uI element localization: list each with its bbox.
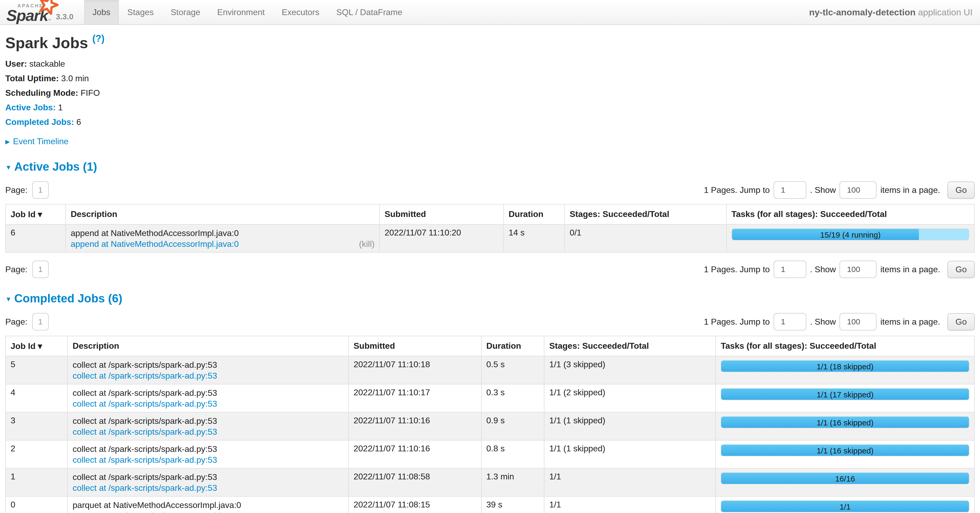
job-description-link[interactable]: collect at /spark-scripts/spark-ad.py:53 [73,427,217,437]
kill-job-link[interactable]: (kill) [359,239,375,249]
tab-stages[interactable]: Stages [119,0,162,24]
completed-job-row: 2 collect at /spark-scripts/spark-ad.py:… [6,440,974,468]
duration-cell: 14 s [504,224,565,253]
show-text: . Show [810,185,836,195]
header-duration[interactable]: Duration [481,336,544,356]
go-button[interactable]: Go [947,313,975,330]
stages-cell: 1/1 [544,468,716,496]
tab-sql-dataframe[interactable]: SQL / DataFrame [328,0,411,24]
tab-executors[interactable]: Executors [273,0,328,24]
completed-job-row: 4 collect at /spark-scripts/spark-ad.py:… [6,384,974,412]
duration-cell: 1.3 min [481,468,544,496]
event-timeline-label: Event Timeline [13,137,68,146]
job-id-cell: 3 [6,412,67,440]
show-text: . Show [810,265,836,274]
header-job-id[interactable]: Job Id ▾ [6,336,67,356]
duration-cell: 39 s [481,496,544,513]
pages-total-text: 1 Pages. Jump to [704,265,770,274]
jump-to-page-input[interactable] [773,260,807,278]
task-progress-bar: 1/1 (16 skipped) [721,416,969,428]
page-size-input[interactable] [840,260,877,278]
task-progress-bar: 1/1 [721,500,969,513]
task-progress-bar: 1/1 (17 skipped) [721,388,969,400]
expand-arrow-icon: ▼ [5,295,12,303]
tasks-cell: 1/1 (17 skipped) [716,384,974,412]
description-cell: parquet at NativeMethodAccessorImpl.java… [67,496,348,513]
active-jobs-pagination-top: Page: 1 Pages. Jump to . Show items in a… [5,181,975,199]
job-id-cell: 0 [6,496,67,513]
spark-star-icon [38,0,59,14]
collapse-arrow-icon: ▶ [5,138,10,145]
header-description[interactable]: Description [66,204,380,224]
page-number-input[interactable] [32,313,49,330]
header-job-id[interactable]: Job Id ▾ [6,204,66,224]
page-size-input[interactable] [840,313,877,330]
jump-to-page-input[interactable] [773,313,807,330]
job-description-link[interactable]: collect at /spark-scripts/spark-ad.py:53 [73,371,217,381]
tab-storage[interactable]: Storage [162,0,209,24]
jump-to-page-input[interactable] [773,181,807,199]
submitted-cell: 2022/11/07 11:10:17 [348,384,481,412]
job-description-link[interactable]: collect at /spark-scripts/spark-ad.py:53 [73,455,217,465]
header-tasks[interactable]: Tasks (for all stages): Succeeded/Total [727,204,974,224]
header-stages[interactable]: Stages: Succeeded/Total [544,336,716,356]
job-description-link[interactable]: collect at /spark-scripts/spark-ad.py:53 [73,483,217,493]
progress-label: 1/1 (17 skipped) [721,389,969,400]
job-id-cell: 2 [6,440,67,468]
go-button[interactable]: Go [947,181,975,199]
go-button[interactable]: Go [947,261,975,278]
event-timeline-toggle[interactable]: ▶Event Timeline [5,137,975,146]
job-id-cell: 6 [6,224,66,253]
completed-job-row: 0 parquet at NativeMethodAccessorImpl.ja… [6,496,974,513]
page-number-input[interactable] [32,260,49,278]
stages-cell: 1/1 (1 skipped) [544,412,716,440]
active-jobs-link[interactable]: Active Jobs: [5,103,56,112]
progress-label: 1/1 (16 skipped) [721,445,969,456]
header-tasks[interactable]: Tasks (for all stages): Succeeded/Total [716,336,974,356]
description-cell: collect at /spark-scripts/spark-ad.py:53… [67,356,348,384]
spark-logo-link[interactable]: APACHESpark™ 3.3.0 [0,0,79,24]
header-stages[interactable]: Stages: Succeeded/Total [565,204,726,224]
help-tooltip-link[interactable]: (?) [92,33,105,44]
job-description-link[interactable]: parquet at NativeMethodAccessorImpl.java… [73,511,241,513]
completed-jobs-section-header[interactable]: ▼Completed Jobs (6) [5,292,975,305]
description-cell: collect at /spark-scripts/spark-ad.py:53… [67,440,348,468]
page-label: Page: [5,265,27,274]
submitted-cell: 2022/11/07 11:08:15 [348,496,481,513]
expand-arrow-icon: ▼ [5,164,12,171]
progress-label: 16/16 [721,473,969,484]
page-number-input[interactable] [32,181,49,199]
tab-jobs[interactable]: Jobs [84,0,119,24]
stages-cell: 0/1 [565,224,726,253]
tab-environment[interactable]: Environment [209,0,274,24]
job-description-link[interactable]: collect at /spark-scripts/spark-ad.py:53 [73,399,217,409]
header-duration[interactable]: Duration [504,204,565,224]
completed-jobs-header-row: Job Id ▾ Description Submitted Duration … [6,336,974,356]
summary-scheduling-mode: Scheduling Mode: FIFO [5,88,975,98]
page-size-input[interactable] [840,181,877,199]
tasks-cell: 1/1 (16 skipped) [716,412,974,440]
summary-active-jobs: Active Jobs: 1 [5,103,975,113]
progress-label: 1/1 (18 skipped) [721,361,969,372]
summary-user: User: stackable [5,59,975,69]
job-description: parquet at NativeMethodAccessorImpl.java… [73,500,344,510]
job-description: collect at /spark-scripts/spark-ad.py:53 [73,360,344,370]
completed-job-row: 3 collect at /spark-scripts/spark-ad.py:… [6,412,974,440]
submitted-cell: 2022/11/07 11:10:16 [348,440,481,468]
job-description-link[interactable]: append at NativeMethodAccessorImpl.java:… [71,239,239,249]
description-cell: collect at /spark-scripts/spark-ad.py:53… [67,468,348,496]
header-description[interactable]: Description [67,336,348,356]
job-id-cell: 5 [6,356,67,384]
duration-cell: 0.9 s [481,412,544,440]
completed-jobs-table: Job Id ▾ Description Submitted Duration … [5,336,975,513]
header-submitted[interactable]: Submitted [380,204,504,224]
show-text: . Show [810,317,836,327]
header-submitted[interactable]: Submitted [348,336,481,356]
completed-jobs-link[interactable]: Completed Jobs: [5,117,74,127]
application-title: ny-tlc-anomaly-detection application UI [809,7,980,17]
spark-logo: APACHESpark™ [6,3,51,22]
description-cell: collect at /spark-scripts/spark-ad.py:53… [67,412,348,440]
task-progress-bar: 1/1 (16 skipped) [721,444,969,456]
tasks-cell: 15/19 (4 running) [727,224,974,253]
active-jobs-section-header[interactable]: ▼Active Jobs (1) [5,160,975,173]
